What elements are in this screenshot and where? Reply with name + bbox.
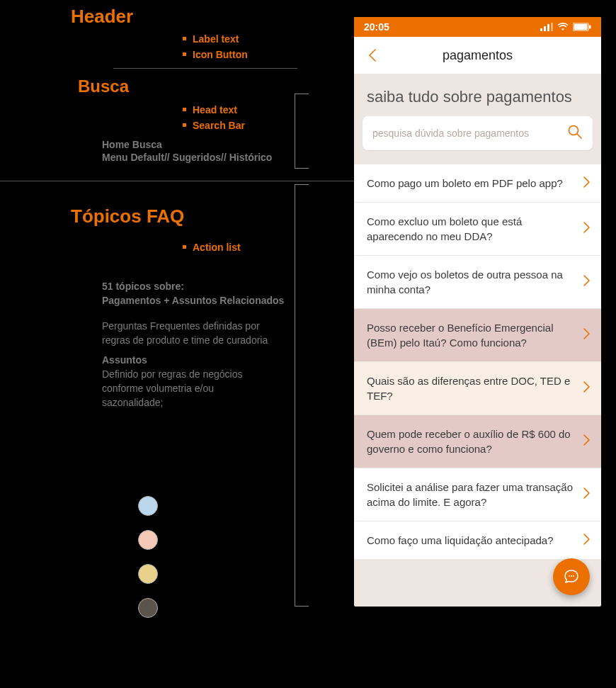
bracket-faq bbox=[295, 184, 309, 607]
topicos-b1-l2: Pagamentos + Assuntos Relacionados bbox=[102, 293, 284, 308]
section-busca-title: Busca bbox=[78, 77, 129, 96]
bullet-search-bar: Search Bar bbox=[193, 118, 245, 133]
faq-item-text: Quem pode receber o auxílio de R$ 600 do… bbox=[367, 427, 573, 456]
section-header-title: Header bbox=[71, 6, 133, 28]
color-swatches bbox=[138, 496, 158, 618]
svg-rect-0 bbox=[540, 28, 542, 31]
topicos-b2-l1: Perguntas Frequentes definidas por bbox=[102, 319, 268, 333]
svg-rect-3 bbox=[551, 23, 553, 31]
divider-full bbox=[0, 181, 354, 181]
topicos-b1-l1: 51 tópicos sobre: bbox=[102, 279, 284, 293]
signal-icon bbox=[540, 23, 553, 31]
battery-icon bbox=[573, 23, 591, 31]
topicos-b2-l2: regras de produto e time de curadoria bbox=[102, 333, 268, 347]
nav-title: pagamentos bbox=[354, 48, 601, 63]
topicos-b3-l2: Definido por regras de negócios bbox=[102, 367, 242, 381]
chevron-right-icon bbox=[583, 176, 591, 191]
faq-list: Como pago um boleto em PDF pelo app?Como… bbox=[354, 164, 601, 560]
chat-fab[interactable] bbox=[553, 558, 590, 595]
chevron-right-icon bbox=[583, 487, 591, 502]
faq-item-text: Posso receber o Benefício Emergencial (B… bbox=[367, 320, 573, 350]
chevron-right-icon bbox=[583, 221, 591, 237]
chevron-right-icon bbox=[583, 434, 591, 449]
svg-rect-6 bbox=[589, 26, 591, 29]
divider bbox=[113, 68, 297, 69]
status-icons bbox=[540, 23, 591, 31]
swatch-3 bbox=[138, 564, 158, 584]
svg-line-8 bbox=[577, 134, 581, 138]
back-button[interactable] bbox=[364, 47, 381, 64]
faq-item[interactable]: Posso receber o Benefício Emergencial (B… bbox=[354, 309, 601, 362]
hero: saiba tudo sobre pagamentos bbox=[354, 74, 601, 116]
svg-point-9 bbox=[569, 575, 570, 577]
faq-item-text: Como pago um boleto em PDF pelo app? bbox=[367, 176, 573, 191]
section-topicos-title: Tópicos FAQ bbox=[71, 205, 184, 227]
nav-bar: pagamentos bbox=[354, 37, 601, 74]
chevron-right-icon bbox=[583, 274, 591, 290]
faq-item-text: Como vejo os boletos de outra pessoa na … bbox=[367, 267, 573, 297]
bullet-label-text: Label text bbox=[193, 31, 248, 47]
topicos-b3-l1: Assuntos bbox=[102, 353, 242, 367]
faq-item-text: Como excluo um boleto que está aparecend… bbox=[367, 214, 573, 244]
svg-rect-1 bbox=[544, 26, 546, 31]
search-card[interactable] bbox=[363, 116, 593, 150]
faq-item[interactable]: Como excluo um boleto que está aparecend… bbox=[354, 203, 601, 256]
status-bar: 20:05 bbox=[354, 17, 601, 37]
busca-note-line1: Home Busca bbox=[102, 137, 162, 152]
faq-item[interactable]: Como vejo os boletos de outra pessoa na … bbox=[354, 256, 601, 309]
svg-point-11 bbox=[573, 575, 574, 577]
swatch-2 bbox=[138, 530, 158, 550]
chat-icon bbox=[562, 568, 581, 586]
chevron-right-icon bbox=[583, 327, 591, 343]
wifi-icon bbox=[557, 23, 569, 31]
svg-point-10 bbox=[571, 575, 572, 577]
faq-item[interactable]: Solicitei a análise para fazer uma trans… bbox=[354, 468, 601, 521]
search-input[interactable] bbox=[372, 128, 567, 139]
busca-note-line2: Menu Default// Sugeridos// Histórico bbox=[102, 150, 272, 164]
swatch-1 bbox=[138, 496, 158, 516]
faq-item[interactable]: Como faço uma liquidação antecipada? bbox=[354, 521, 601, 560]
chevron-left-icon bbox=[367, 48, 377, 62]
phone-mockup: 20:05 pagamentos saiba tudo sobre pagame… bbox=[354, 17, 601, 607]
bullet-head-text: Head text bbox=[193, 102, 245, 118]
faq-item[interactable]: Quem pode receber o auxílio de R$ 600 do… bbox=[354, 415, 601, 468]
status-time: 20:05 bbox=[364, 21, 389, 33]
faq-item-text: Quais são as diferenças entre DOC, TED e… bbox=[367, 373, 573, 403]
bullet-action-list: Action list bbox=[193, 239, 241, 255]
swatch-4 bbox=[138, 598, 158, 618]
search-icon[interactable] bbox=[567, 124, 583, 142]
topicos-b3-l4: sazonalidade; bbox=[102, 395, 242, 410]
faq-item[interactable]: Quais são as diferenças entre DOC, TED e… bbox=[354, 362, 601, 415]
busca-bullets: Head text Search Bar bbox=[183, 102, 245, 133]
faq-item-text: Como faço uma liquidação antecipada? bbox=[367, 533, 573, 548]
faq-item-text: Solicitei a análise para fazer uma trans… bbox=[367, 480, 573, 509]
topicos-bullets: Action list bbox=[183, 239, 241, 255]
chevron-right-icon bbox=[583, 380, 591, 396]
header-bullets: Label text Icon Button bbox=[183, 31, 248, 62]
svg-rect-2 bbox=[547, 24, 549, 31]
topicos-b3-l3: conforme volumetria e/ou bbox=[102, 381, 242, 395]
bullet-icon-button: Icon Button bbox=[193, 47, 248, 62]
bracket-busca bbox=[295, 94, 309, 169]
faq-item[interactable]: Como pago um boleto em PDF pelo app? bbox=[354, 164, 601, 203]
docs-panel: Header Label text Icon Button Busca Head… bbox=[0, 0, 354, 688]
chevron-right-icon bbox=[583, 533, 591, 548]
svg-rect-5 bbox=[574, 24, 588, 30]
hero-title: saiba tudo sobre pagamentos bbox=[367, 88, 588, 106]
